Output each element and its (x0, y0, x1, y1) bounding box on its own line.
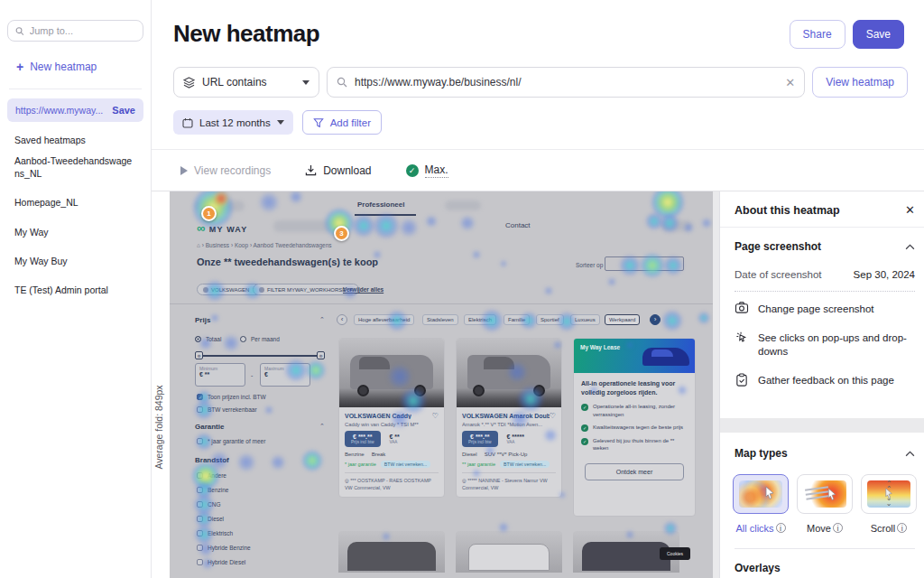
sidebar-item-active[interactable]: https://www.myway... Save (7, 98, 143, 122)
lease-promo-card[interactable]: My Way Lease All-in operationele leasing… (573, 338, 696, 517)
price-min-field[interactable]: Minimum € ** (195, 363, 245, 387)
all-clicks-label[interactable]: All clicksi (733, 523, 789, 534)
lease-banner: My Way Lease (574, 339, 695, 373)
price-max-field[interactable]: Maximum € (260, 363, 310, 387)
info-icon[interactable]: i (776, 523, 786, 533)
filters-bar: URL contains ✕ View heatmap Last 12 mont… (152, 54, 924, 150)
chip-dot (259, 287, 264, 293)
checkbox-icon (197, 545, 203, 551)
close-icon[interactable]: ✕ (905, 203, 915, 217)
gather-feedback-button[interactable]: Gather feedback on this page (720, 363, 924, 392)
price-slider[interactable] (199, 355, 321, 357)
checkbox-fuel-benzine[interactable]: Benzine (197, 487, 229, 493)
slider-handle-min[interactable]: ⊜ (195, 351, 203, 359)
info-icon[interactable]: i (897, 523, 907, 533)
site-logo[interactable]: ∞ MY WAY (197, 219, 247, 236)
map-types-section-toggle[interactable]: Map types (720, 433, 924, 463)
car-photo[interactable] (456, 531, 562, 573)
new-heatmap-button[interactable]: + New heatmap (16, 60, 143, 74)
category-chip[interactable]: Sportief (536, 314, 564, 325)
clipboard-check-icon (735, 373, 749, 387)
info-icon[interactable]: i (833, 523, 843, 533)
scroll-label[interactable]: Scrolli (861, 523, 917, 534)
check-icon: ✓ (581, 438, 588, 445)
cursor-icon (827, 488, 837, 501)
car-card-amarok[interactable]: VOLKSWAGEN Amarok Doubl... ♡ Amarok *.**… (456, 338, 562, 498)
car-photo (339, 339, 444, 407)
checkbox-icon (197, 487, 203, 493)
change-screenshot-button[interactable]: Change page screenshot (720, 292, 924, 321)
site-nav-contact[interactable]: Contact (505, 221, 531, 229)
add-filter-button[interactable]: Add filter (302, 110, 382, 135)
heatmap-viewport[interactable]: Professioneel ∞ MY WAY Contact ⌂ › (170, 191, 713, 578)
sidebar-item-myway-buy[interactable]: My Way Buy (14, 255, 136, 267)
checkbox-btw-verr[interactable]: BTW verrekenbaar (197, 406, 257, 413)
category-chip-selected[interactable]: Werkpaard (605, 314, 640, 325)
sidebar-item-myway[interactable]: My Way (14, 226, 136, 238)
view-recordings-button[interactable]: View recordings (180, 164, 271, 177)
sidebar-item-te-admin[interactable]: TE (Test) Admin portal (14, 284, 136, 296)
category-chip[interactable]: Hoge afleverbaarheid (354, 314, 414, 325)
checkbox-fuel-hybride-diesel[interactable]: Hybride Diesel (197, 559, 245, 565)
heat-marker[interactable]: 1 (201, 206, 217, 221)
site-tab-professioneel[interactable]: Professioneel (357, 200, 404, 209)
checkbox-fuel-diesel[interactable]: Diesel (197, 516, 224, 522)
cookies-button[interactable]: Cookies (660, 547, 690, 560)
sidebar-save-button[interactable]: Save (112, 105, 135, 116)
heat-marker[interactable]: 3 (334, 226, 349, 241)
car-card-caddy[interactable]: VOLKSWAGEN Caddy ♡ Caddy win van Caddy *… (338, 338, 445, 498)
map-type-all-clicks[interactable] (733, 474, 789, 514)
checkbox-btw-incl[interactable]: Toon prijzen incl. BTW (197, 394, 266, 400)
save-button[interactable]: Save (853, 20, 904, 49)
checkbox-fuel-elektrisch[interactable]: Elektrisch (197, 530, 233, 536)
share-button[interactable]: Share (790, 20, 845, 49)
btw-pill: BTW niet verreken... (500, 461, 550, 468)
category-chip[interactable]: Stadsleven (422, 314, 458, 325)
range-dash: - (251, 372, 253, 378)
chevron-up-icon[interactable]: ⌃ (319, 316, 325, 323)
chevron-up-icon[interactable]: ⌃ (319, 423, 325, 430)
sort-dropdown[interactable] (605, 256, 684, 271)
category-chip[interactable]: Luxueus (570, 314, 600, 325)
site-breadcrumb[interactable]: ⌂ › Business › Koop › Aanbod Tweedehands… (197, 242, 332, 248)
sidebar-item-homepage[interactable]: Homepage_NL (14, 196, 136, 209)
search-input[interactable] (30, 25, 135, 36)
download-button[interactable]: Download (305, 164, 371, 177)
category-chip[interactable]: Elektrisch (464, 314, 496, 325)
category-chip[interactable]: Familie (504, 314, 530, 325)
facet-garantie-title: Garantie (195, 423, 224, 431)
view-recordings-label: View recordings (194, 164, 271, 177)
url-input-field[interactable]: ✕ (327, 67, 805, 98)
screenshot-date-row: Date of screenshot Sep 30, 2024 (720, 256, 924, 291)
checkbox-fuel-andere[interactable]: Andere (197, 472, 226, 479)
move-label[interactable]: Movei (797, 523, 853, 534)
favorite-heart-icon[interactable]: ♡ (550, 412, 556, 420)
favorite-heart-icon[interactable]: ♡ (432, 412, 439, 420)
blurred-nav-item (657, 199, 680, 209)
slider-handle-max[interactable]: ⊜ (317, 351, 325, 359)
categories-prev-button[interactable]: ‹ (337, 314, 347, 325)
checkbox-garantie[interactable]: * jaar garantie of meer (197, 438, 265, 444)
clear-url-icon[interactable]: ✕ (785, 76, 795, 89)
page-screenshot-section-toggle[interactable]: Page screenshot (720, 228, 924, 256)
radio-per-maand[interactable]: Per maand (240, 336, 280, 342)
url-input[interactable] (355, 76, 778, 89)
lease-cta-button[interactable]: Ontdek meer (585, 463, 684, 480)
overlays-section-toggle[interactable]: Overlays (720, 549, 924, 578)
popup-clicks-button[interactable]: See clicks on pop-ups and drop-downs (720, 321, 924, 363)
radio-totaal[interactable]: Totaal (195, 336, 221, 342)
view-heatmap-button[interactable]: View heatmap (812, 67, 908, 98)
date-range-select[interactable]: Last 12 months (173, 110, 293, 135)
map-type-move[interactable] (797, 474, 853, 514)
jump-to-search[interactable] (7, 20, 143, 42)
categories-next-button[interactable]: › (650, 314, 661, 325)
match-type-select[interactable]: URL contains (173, 67, 319, 98)
max-toggle[interactable]: ✓ Max. (406, 163, 448, 178)
sidebar-item-aanbod[interactable]: Aanbod-Tweedehandswagens_NL (14, 154, 136, 180)
map-type-scroll[interactable]: ⌃⌃ ⌄⌄ (861, 474, 917, 514)
clear-filters-link[interactable]: Verwijder alles (343, 286, 383, 293)
checkbox-fuel-hybride-benzine[interactable]: Hybride Benzine (197, 545, 251, 551)
tab-underline (355, 214, 416, 216)
checkbox-fuel-cng[interactable]: CNG (197, 501, 220, 508)
car-photo[interactable] (338, 531, 445, 573)
